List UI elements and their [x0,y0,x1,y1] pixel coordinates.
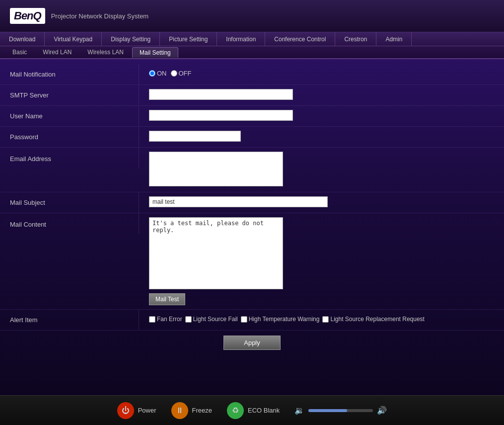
smtp-server-label: SMTP Server [0,85,139,105]
form-table: Mail Notification ON OFF SMTP Server [0,64,504,331]
mail-content-input[interactable] [149,217,283,289]
main-content: Mail Notification ON OFF SMTP Server [0,59,504,395]
eco-blank-button[interactable]: ♻ ECO Blank [227,402,280,419]
mail-notification-on-radio[interactable] [149,70,155,77]
logo: BenQ Projector Network Display System [10,8,148,24]
nav-item-virtual-keypad[interactable]: Virtual Keypad [45,32,102,46]
sub-nav-basic[interactable]: Basic [5,47,34,58]
sub-nav-mail-setting[interactable]: Mail Setting [132,47,178,58]
high-temp-text: High Temperature Warning [249,316,320,323]
eco-blank-label: ECO Blank [248,407,280,414]
light-source-fail-text: Light Source Fail [193,316,238,323]
fan-error-label[interactable]: Fan Error [149,316,182,323]
light-replace-text: Light Source Replacement Request [330,316,424,323]
nav-item-download[interactable]: Download [0,32,45,46]
volume-low-icon: 🔉 [294,406,304,415]
password-label: Password [0,127,139,147]
apply-button[interactable]: Apply [223,336,281,350]
mail-notification-off-label[interactable]: OFF [171,70,192,77]
nav-item-conference-control[interactable]: Conference Control [265,32,335,46]
mail-notification-on-text: ON [157,70,167,77]
freeze-button[interactable]: ⏸ Freeze [171,402,212,419]
mail-subject-label: Mail Subject [0,192,139,212]
fan-error-text: Fan Error [157,316,182,323]
nav-item-display-setting[interactable]: Display Setting [102,32,160,46]
nav-bar: Download Virtual Keypad Display Setting … [0,32,504,46]
freeze-label: Freeze [192,407,212,414]
mail-subject-input[interactable] [149,196,328,207]
smtp-server-row: SMTP Server [0,85,504,106]
mail-notification-off-radio[interactable] [171,70,177,77]
high-temp-label[interactable]: High Temperature Warning [241,316,320,323]
fan-error-checkbox[interactable] [149,316,155,323]
high-temp-checkbox[interactable] [241,316,247,323]
alert-item-control: Fan Error Light Source Fail High Tempera… [139,310,504,327]
mail-subject-control [139,192,504,211]
volume-slider[interactable] [308,409,373,412]
mail-notification-control: ON OFF [139,64,504,81]
power-button[interactable]: ⏻ Power [117,402,156,419]
email-textarea-wrap [149,152,283,188]
mail-notification-label: Mail Notification [0,64,139,84]
nav-item-admin[interactable]: Admin [376,32,412,46]
password-control [139,127,504,146]
alert-checkbox-group: Fan Error Light Source Fail High Tempera… [149,314,425,323]
volume-high-icon: 🔊 [377,406,387,415]
smtp-server-control [139,85,504,104]
mail-notification-radio-group: ON OFF [149,68,192,77]
user-name-control [139,106,504,125]
nav-item-crestron[interactable]: Crestron [335,32,376,46]
user-name-label: User Name [0,106,139,126]
mail-content-control: Mail Test [139,213,504,309]
benq-logo: BenQ [10,8,45,24]
header: BenQ Projector Network Display System [0,0,504,32]
password-row: Password [0,127,504,148]
light-replace-checkbox[interactable] [322,316,329,323]
app-title: Projector Network Display System [51,12,149,20]
user-name-row: User Name [0,106,504,127]
mail-subject-row: Mail Subject [0,192,504,213]
sub-nav-wired-lan[interactable]: Wired LAN [35,47,79,58]
mail-test-button[interactable]: Mail Test [149,293,185,305]
volume-control: 🔉 🔊 [294,406,387,415]
volume-fill [308,409,347,412]
smtp-server-input[interactable] [149,89,293,100]
power-label: Power [138,407,156,414]
alert-item-row: Alert Item Fan Error Light Source Fail H… [0,310,504,331]
light-source-fail-checkbox[interactable] [185,316,192,323]
email-address-control [139,148,504,192]
mail-content-row: Mail Content Mail Test [0,213,504,310]
freeze-icon: ⏸ [171,402,188,419]
user-name-input[interactable] [149,110,293,121]
email-address-row: Email Address [0,148,504,192]
password-input[interactable] [149,131,241,142]
light-source-fail-label[interactable]: Light Source Fail [185,316,238,323]
alert-item-label: Alert Item [0,310,139,330]
power-icon: ⏻ [117,402,134,419]
mail-notification-off-text: OFF [179,70,192,77]
sub-nav: Basic Wired LAN Wireless LAN Mail Settin… [0,46,504,59]
light-replace-label[interactable]: Light Source Replacement Request [322,316,424,323]
sub-nav-wireless-lan[interactable]: Wireless LAN [80,47,131,58]
nav-item-information[interactable]: Information [217,32,265,46]
mail-notification-on-label[interactable]: ON [149,70,167,77]
email-address-input[interactable] [149,152,283,186]
mail-content-label: Mail Content [0,213,139,234]
mail-notification-row: Mail Notification ON OFF [0,64,504,85]
email-address-label: Email Address [0,148,139,169]
bottom-bar: ⏻ Power ⏸ Freeze ♻ ECO Blank 🔉 🔊 [0,395,504,425]
nav-item-picture-setting[interactable]: Picture Setting [160,32,217,46]
eco-icon: ♻ [227,402,244,419]
